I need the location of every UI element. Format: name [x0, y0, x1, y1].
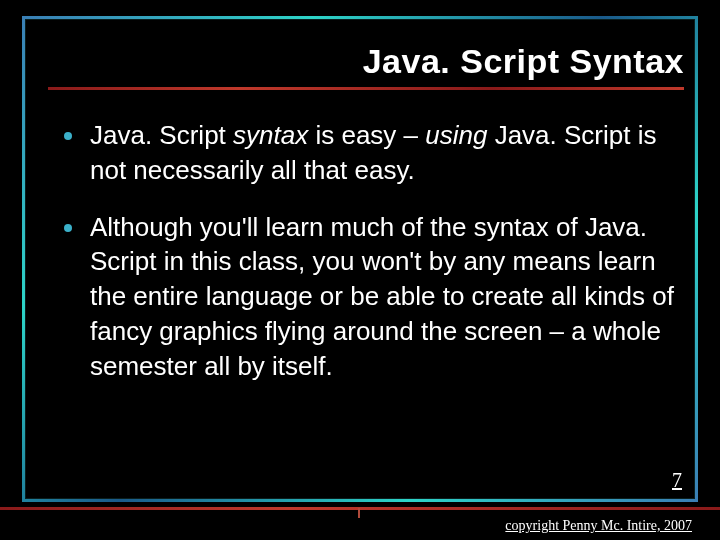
page-number: 7 — [672, 469, 682, 492]
bullet-item: Although you'll learn much of the syntax… — [64, 210, 678, 384]
footer-tick — [358, 508, 360, 518]
bullet-dot-icon — [64, 224, 72, 232]
slide-title: Java. Script Syntax — [363, 42, 684, 85]
bullet-dot-icon — [64, 132, 72, 140]
copyright-text: copyright Penny Mc. Intire, 2007 — [505, 518, 692, 534]
text-run-italic: using — [425, 120, 487, 150]
title-block: Java. Script Syntax — [48, 42, 684, 90]
content-area: Java. Script syntax is easy – using Java… — [64, 118, 678, 406]
bullet-text: Although you'll learn much of the syntax… — [90, 210, 678, 384]
text-run: is easy – — [308, 120, 425, 150]
text-run: Java. Script — [90, 120, 233, 150]
text-run-italic: syntax — [233, 120, 308, 150]
footer-divider — [0, 507, 720, 510]
bullet-text: Java. Script syntax is easy – using Java… — [90, 118, 678, 188]
bullet-item: Java. Script syntax is easy – using Java… — [64, 118, 678, 188]
title-underline — [48, 87, 684, 90]
